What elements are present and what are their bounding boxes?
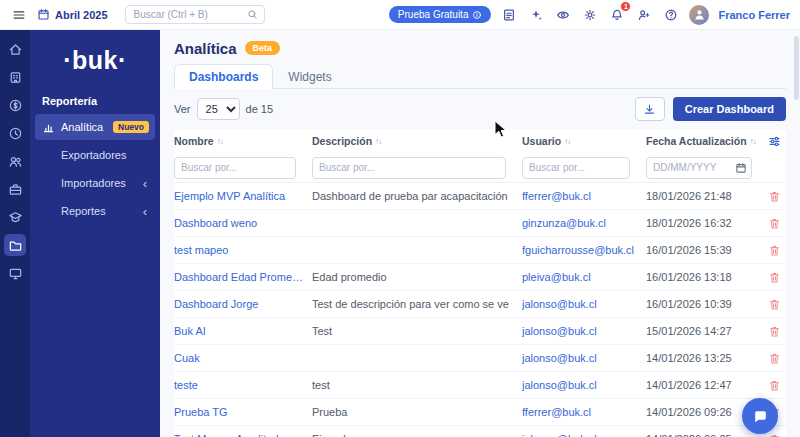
download-icon	[643, 103, 656, 116]
company-icon[interactable]	[4, 66, 26, 88]
chevron-icon: ‹	[143, 205, 149, 218]
table-filter-row	[174, 153, 786, 183]
dashboard-name-link[interactable]: Ejemplo MVP Analítica	[174, 190, 312, 202]
topbar: Abril 2025 Prueba Gratuita 1	[0, 0, 800, 30]
sidebar-item-importadores[interactable]: Importadores ‹	[35, 170, 155, 196]
tab-widgets[interactable]: Widgets	[273, 64, 346, 89]
toolbar-actions: Crear Dashboard	[635, 97, 786, 121]
column-settings-icon[interactable]	[762, 135, 786, 148]
period-label: Abril 2025	[55, 9, 108, 21]
sort-icon[interactable]: ↑↓	[750, 137, 756, 146]
download-button[interactable]	[635, 97, 665, 121]
learning-icon[interactable]	[4, 206, 26, 228]
notification-count-badge: 1	[620, 1, 631, 12]
dashboard-description: Dashboard de prueba par acapacitación	[312, 190, 522, 202]
table-body: Ejemplo MVP Analítica Dashboard de prueb…	[174, 183, 786, 437]
column-header-descripcion[interactable]: Descripción↑↓	[312, 135, 522, 147]
dashboard-name-link[interactable]: Dashboard weno	[174, 217, 312, 229]
app-window: Abril 2025 Prueba Gratuita 1	[0, 0, 800, 437]
filter-usuario-input[interactable]	[522, 157, 630, 179]
menu-item-indent	[41, 204, 55, 218]
dashboard-updated-at: 18/01/2026 16:32	[646, 217, 762, 229]
dashboard-updated-at: 15/01/2026 14:27	[646, 325, 762, 337]
delete-button[interactable]	[762, 379, 786, 392]
reports-icon[interactable]	[4, 234, 26, 256]
eye-icon[interactable]	[554, 6, 572, 24]
payments-icon[interactable]	[4, 94, 26, 116]
column-header-fecha[interactable]: Fecha Actualización↑↓	[646, 135, 762, 147]
dashboard-name-link[interactable]: Cuak	[174, 352, 312, 364]
filter-fecha-input[interactable]	[646, 157, 752, 179]
delete-button[interactable]	[762, 352, 786, 365]
add-user-icon[interactable]	[635, 6, 653, 24]
sidebar-item-analítica[interactable]: Analítica Nuevo	[35, 114, 155, 140]
delete-button[interactable]	[762, 271, 786, 284]
main-content: Analítica Beta Dashboards Widgets Ver 25…	[160, 30, 800, 437]
settings-gear-icon[interactable]	[581, 6, 599, 24]
dashboard-name-link[interactable]: Test Marcas Amplitude	[174, 433, 312, 437]
dashboard-user: fferrer@buk.cl	[522, 406, 646, 418]
global-search-input[interactable]	[132, 8, 247, 21]
tasks-icon[interactable]	[500, 6, 518, 24]
table-row: Dashboard Edad Promedio Edad promedio pl…	[174, 264, 786, 291]
filter-nombre-input[interactable]	[174, 157, 296, 179]
dashboard-user: ginzunza@buk.cl	[522, 217, 646, 229]
dashboard-name-link[interactable]: Prueba TG	[174, 406, 312, 418]
dashboard-name-link[interactable]: teste	[174, 379, 312, 391]
sort-icon[interactable]: ↑↓	[217, 137, 223, 146]
notifications-bell-icon[interactable]: 1	[608, 6, 626, 24]
table-row: Test Marcas Amplitude Ejemplo jalonso@bu…	[174, 426, 786, 437]
dashboard-name-link[interactable]: Buk AI	[174, 325, 312, 337]
dashboard-user: fguicharrousse@buk.cl	[522, 244, 646, 256]
user-name[interactable]: Franco Ferrer	[718, 9, 790, 21]
sidebar-section-label: Reportería	[30, 91, 160, 113]
kiosk-icon[interactable]	[4, 262, 26, 284]
delete-button[interactable]	[762, 298, 786, 311]
dashboard-name-link[interactable]: test mapeo	[174, 244, 312, 256]
table-row: teste test jalonso@buk.cl 14/01/2026 12:…	[174, 372, 786, 399]
dashboards-table: Nombre↑↓ Descripción↑↓ Usuario↑↓ Fecha A…	[174, 129, 786, 437]
create-dashboard-button[interactable]: Crear Dashboard	[673, 97, 786, 121]
time-icon[interactable]	[4, 122, 26, 144]
trial-badge[interactable]: Prueba Gratuita	[389, 6, 492, 23]
chat-button[interactable]	[742, 398, 778, 434]
jobs-icon[interactable]	[4, 178, 26, 200]
dashboard-description: Edad promedio	[312, 271, 522, 283]
user-avatar[interactable]	[689, 5, 709, 25]
sidebar-item-exportadores[interactable]: Exportadores	[35, 142, 155, 168]
column-header-usuario[interactable]: Usuario↑↓	[522, 135, 646, 147]
dashboard-updated-at: 14/01/2026 13:25	[646, 352, 762, 364]
delete-button[interactable]	[762, 244, 786, 257]
delete-button[interactable]	[762, 217, 786, 230]
scrollbar-thumb[interactable]	[794, 36, 799, 100]
dashboard-description: Ejemplo	[312, 433, 522, 437]
page-size-select[interactable]: 25	[197, 98, 240, 120]
table-row: Dashboard Jorge Test de descripción para…	[174, 291, 786, 318]
sort-icon[interactable]: ↑↓	[375, 137, 381, 146]
sidebar-item-reportes[interactable]: Reportes ‹	[35, 198, 155, 224]
column-header-nombre[interactable]: Nombre↑↓	[174, 135, 312, 147]
ai-sparkles-icon[interactable]	[527, 6, 545, 24]
app-body: ·buk· Reportería Analítica Nuevo Exporta…	[0, 30, 800, 437]
dashboard-updated-at: 14/01/2026 12:47	[646, 379, 762, 391]
delete-button[interactable]	[762, 325, 786, 338]
help-icon[interactable]	[662, 6, 680, 24]
dashboard-user: jalonso@buk.cl	[522, 298, 646, 310]
buk-logo: ·buk·	[30, 46, 160, 75]
delete-button[interactable]	[762, 190, 786, 203]
people-icon[interactable]	[4, 150, 26, 172]
dashboard-updated-at: 14/01/2026 09:25	[646, 433, 762, 437]
filter-descripcion-input[interactable]	[312, 157, 506, 179]
global-search	[125, 5, 265, 24]
period-selector[interactable]: Abril 2025	[37, 8, 108, 21]
dashboard-name-link[interactable]: Dashboard Jorge	[174, 298, 312, 310]
delete-button[interactable]	[762, 433, 786, 437]
sort-icon[interactable]: ↑↓	[564, 137, 570, 146]
dashboard-name-link[interactable]: Dashboard Edad Promedio	[174, 271, 312, 283]
menu-item-indent	[41, 176, 55, 190]
menu-icon[interactable]	[10, 6, 28, 24]
home-icon[interactable]	[4, 38, 26, 60]
new-badge: Nuevo	[113, 121, 149, 133]
dashboard-updated-at: 16/01/2026 13:18	[646, 271, 762, 283]
tab-dashboards[interactable]: Dashboards	[174, 64, 273, 89]
